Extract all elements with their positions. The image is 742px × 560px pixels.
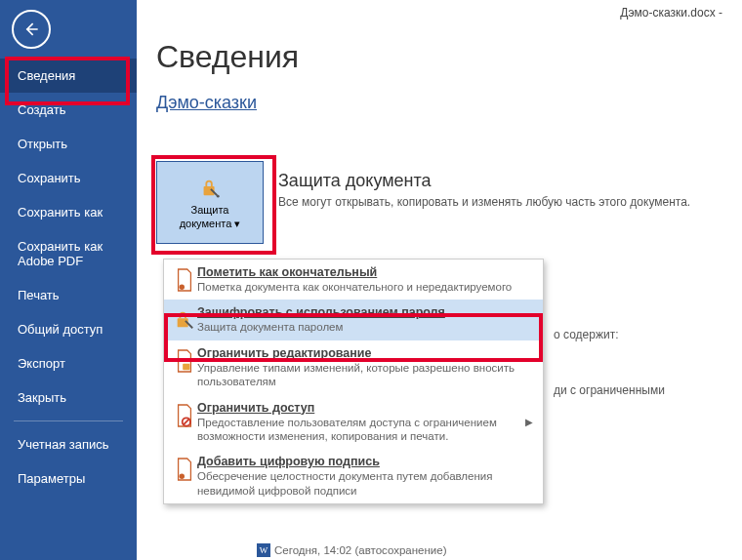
svg-rect-4 [183, 364, 189, 370]
document-seal-icon [174, 457, 195, 482]
menu-item-mark-final[interactable]: Пометить как окончательныйПометка докуме… [164, 260, 543, 300]
protect-dropdown-menu: Пометить как окончательныйПометка докуме… [163, 259, 544, 504]
sidebar-item-close[interactable]: Закрыть [0, 380, 137, 415]
menu-item-restrict-access[interactable]: Ограничить доступПредоставление пользова… [164, 395, 543, 450]
clipped-text-1: о содержит: [554, 328, 618, 341]
document-ribbon-icon [174, 267, 195, 293]
protect-btn-label2: документа [180, 218, 232, 229]
word-app-icon: W [257, 543, 270, 557]
status-autosave: W Сегодня, 14:02 (автосохранение) [257, 543, 447, 557]
arrow-left-icon [21, 20, 41, 39]
sidebar-item-share[interactable]: Общий доступ [0, 312, 137, 346]
protect-text: Все могут открывать, копировать и изменя… [278, 195, 690, 209]
svg-point-6 [180, 474, 186, 480]
svg-point-1 [217, 195, 220, 198]
protect-description: Защита документа Все могут открывать, ко… [278, 171, 690, 209]
lock-key-icon [174, 307, 195, 333]
sidebar-item-info[interactable]: Сведения [0, 59, 137, 93]
sidebar-item-saveas-pdf[interactable]: Сохранить как Adobe PDF [0, 229, 137, 278]
chevron-right-icon: ▶ [525, 417, 533, 427]
protect-heading: Защита документа [278, 171, 690, 191]
sidebar-item-account[interactable]: Учетная запись [0, 427, 137, 461]
main-area: Сведения Дэмо-сказки [156, 39, 732, 127]
sidebar-item-options[interactable]: Параметры [0, 461, 137, 496]
backstage-sidebar: Сведения Создать Открыть Сохранить Сохра… [0, 0, 137, 560]
protect-block: Защита документа ▾ [156, 161, 264, 244]
sidebar-item-export[interactable]: Экспорт [0, 346, 137, 380]
sidebar-item-saveas[interactable]: Сохранить как [0, 195, 137, 229]
document-stop-icon [174, 403, 195, 428]
titlebar-filename: Дэмо-сказки.docx - [620, 6, 722, 20]
document-name[interactable]: Дэмо-сказки [156, 93, 732, 113]
menu-item-encrypt-password[interactable]: Зашифровать с использованием пароляЗащит… [164, 300, 543, 340]
clipped-text-2: ди с ограниченными [554, 383, 665, 397]
page-title: Сведения [156, 39, 732, 75]
sidebar-item-print[interactable]: Печать [0, 278, 137, 312]
svg-point-2 [180, 285, 186, 291]
chevron-down-icon: ▾ [234, 218, 240, 229]
sidebar-item-save[interactable]: Сохранить [0, 161, 137, 195]
document-lock-icon [174, 348, 195, 374]
menu-item-restrict-editing[interactable]: Ограничить редактированиеУправление типа… [164, 340, 543, 395]
protect-btn-label1: Защита [190, 204, 228, 216]
lock-key-icon [199, 175, 221, 200]
protect-document-button[interactable]: Защита документа ▾ [156, 161, 264, 244]
back-button[interactable] [12, 10, 51, 49]
sidebar-item-open[interactable]: Открыть [0, 127, 137, 161]
sidebar-item-new[interactable]: Создать [0, 93, 137, 127]
menu-item-digital-signature[interactable]: Добавить цифровую подписьОбесречение цел… [164, 449, 543, 503]
